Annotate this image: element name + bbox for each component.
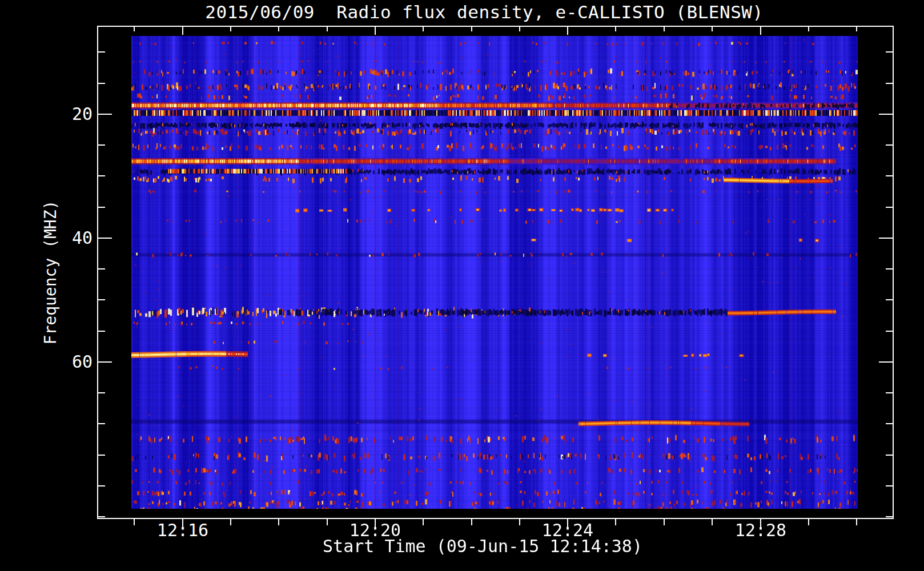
y-minor-tick-left — [97, 144, 105, 146]
y-minor-tick-right — [886, 455, 894, 456]
y-minor-tick-left — [97, 268, 105, 270]
spectrogram-page: 2015/06/09 Radio flux density, e-CALLIST… — [0, 0, 924, 571]
plot-frame — [97, 26, 894, 519]
y-minor-tick-right — [886, 331, 894, 332]
chart-title: 2015/06/09 Radio flux density, e-CALLIST… — [45, 2, 924, 22]
x-major-tick-top — [760, 26, 761, 35]
y-minor-tick-right — [886, 144, 894, 146]
x-minor-tick-bottom — [327, 519, 328, 525]
x-minor-tick-bottom — [134, 519, 135, 525]
y-minor-tick-right — [886, 485, 894, 486]
y-minor-tick-right — [886, 392, 894, 393]
y-major-tick-left — [97, 361, 112, 363]
y-minor-tick-left — [97, 51, 105, 53]
y-minor-tick-right — [886, 51, 894, 53]
y-minor-tick-left — [97, 516, 105, 517]
x-major-tick-top — [182, 26, 183, 35]
x-minor-tick-top — [134, 26, 135, 31]
x-minor-tick-bottom — [615, 519, 616, 525]
y-minor-tick-left — [97, 331, 105, 332]
y-minor-tick-right — [886, 175, 894, 176]
x-minor-tick-top — [278, 26, 279, 31]
y-tick-label: 40 — [35, 228, 93, 248]
y-minor-tick-left — [97, 207, 105, 208]
y-minor-tick-right — [886, 268, 894, 270]
x-minor-tick-top — [230, 26, 231, 31]
x-minor-tick-top — [615, 26, 616, 31]
y-axis-label: Frequency (MHZ) — [41, 200, 60, 345]
x-minor-tick-top — [856, 26, 857, 31]
x-minor-tick-bottom — [278, 519, 279, 525]
x-minor-tick-top — [471, 26, 472, 31]
x-minor-tick-bottom — [423, 519, 424, 525]
y-minor-tick-left — [97, 299, 105, 300]
x-minor-tick-bottom — [664, 519, 665, 525]
x-minor-tick-top — [664, 26, 665, 31]
x-major-tick-top — [567, 26, 568, 35]
x-minor-tick-bottom — [471, 519, 472, 525]
y-major-tick-right — [879, 114, 894, 115]
y-major-tick-left — [97, 238, 112, 239]
y-minor-tick-left — [97, 485, 105, 486]
x-minor-tick-top — [712, 26, 713, 31]
y-minor-tick-right — [886, 516, 894, 517]
x-minor-tick-bottom — [519, 519, 520, 525]
y-minor-tick-left — [97, 392, 105, 393]
x-minor-tick-top — [327, 26, 328, 31]
y-minor-tick-left — [97, 175, 105, 176]
y-minor-tick-right — [886, 423, 894, 424]
y-tick-label: 20 — [35, 104, 93, 124]
y-major-tick-left — [97, 114, 112, 115]
y-minor-tick-right — [886, 83, 894, 84]
x-minor-tick-bottom — [712, 519, 713, 525]
y-minor-tick-left — [97, 423, 105, 424]
y-major-tick-right — [879, 238, 894, 239]
x-major-tick-top — [375, 26, 376, 35]
y-minor-tick-left — [97, 455, 105, 456]
x-minor-tick-top — [519, 26, 520, 31]
y-tick-label: 60 — [35, 352, 93, 372]
x-minor-tick-bottom — [856, 519, 857, 525]
x-minor-tick-top — [423, 26, 424, 31]
y-minor-tick-right — [886, 207, 894, 208]
y-major-tick-right — [879, 361, 894, 363]
x-minor-tick-top — [808, 26, 809, 31]
y-minor-tick-left — [97, 83, 105, 84]
x-axis-label: Start Time (09-Jun-15 12:14:38) — [97, 536, 868, 556]
x-minor-tick-bottom — [808, 519, 809, 525]
y-minor-tick-right — [886, 299, 894, 300]
x-minor-tick-bottom — [230, 519, 231, 525]
